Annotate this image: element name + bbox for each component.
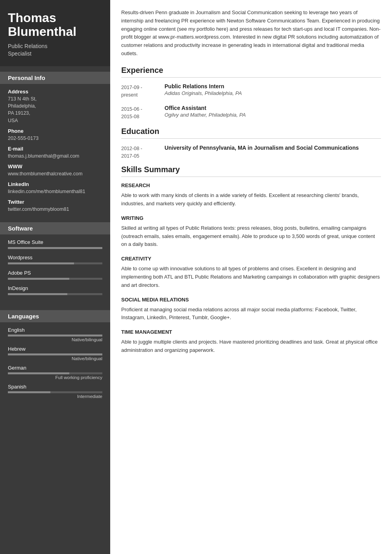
summary-text: Results-driven Penn graduate in Journali… [121,9,381,58]
www-value: www.thomblumenthalcreative.com [8,170,102,177]
experience-company: Adidas Originals, Philadelphia, PA [165,90,381,96]
phone-value: 202-555-0173 [8,135,102,142]
education-entry: 2012-08 -2017-05 University of Pennsylva… [121,144,381,160]
skill-summary-text: Able to work with many kinds of clients … [121,191,381,208]
languages-title: Languages [0,310,110,322]
skill-summary-title: RESEARCH [121,182,381,188]
skill-summary-title: CREATIVITY [121,256,381,262]
address-value: 713 N 4th St,Philadelphia,PA 19123,USA [8,95,102,124]
language-item: Hebrew Native/bilingual [8,346,102,361]
sidebar-header: Thomas Blumenthal Public RelationsSpecia… [0,0,110,66]
experience-role: Office Assistant [165,105,381,111]
software-bar-bg [8,278,102,280]
software-bar-bg [8,293,102,295]
skill-summary-text: Able to come up with innovative solution… [121,265,381,289]
language-bar-fill [8,372,69,374]
software-item: InDesign [8,285,102,295]
experience-details: Public Relations Intern Adidas Originals… [165,83,381,99]
software-bar-bg [8,247,102,249]
skill-summary-title: WRITING [121,215,381,221]
experience-divider [121,77,381,78]
software-bar-fill [8,293,67,295]
address-label: Address [8,89,102,95]
main-content: Results-driven Penn graduate in Journali… [110,0,392,554]
personal-info-title: Personal Info [0,72,110,84]
software-bar-fill [8,262,74,264]
skill-summary-entry: WRITING Skilled at writing all types of … [121,215,381,249]
language-bar-bg [8,391,102,393]
software-section: Software MS Office Suite Wordpress Adobe… [0,217,110,305]
software-name: InDesign [8,285,102,291]
software-list: MS Office Suite Wordpress Adobe PS InDes… [8,239,102,295]
languages-section: Languages English Native/bilingual Hebre… [0,305,110,407]
software-name: MS Office Suite [8,239,102,245]
www-label: WWW [8,164,102,169]
resume-wrapper: Thomas Blumenthal Public RelationsSpecia… [0,0,392,554]
software-bar-fill [8,247,102,249]
skill-summary-text: Proficient at managing social media rela… [121,306,381,322]
software-item: MS Office Suite [8,239,102,249]
language-level: Intermediate [8,394,102,399]
skill-summary-entry: RESEARCH Able to work with many kinds of… [121,182,381,208]
education-list: 2012-08 -2017-05 University of Pennsylva… [121,144,381,160]
software-bar-bg [8,262,102,264]
personal-info-section: Personal Info Address 713 N 4th St,Phila… [0,66,110,217]
software-name: Adobe PS [8,270,102,276]
experience-details: Office Assistant Ogilvy and Mather, Phil… [165,105,381,121]
software-item: Adobe PS [8,270,102,280]
skill-summary-text: Skilled at writing all types of Public R… [121,224,381,249]
skill-summary-entry: SOCIAL MEDIA RELATIONS Proficient at man… [121,297,381,322]
skills-divider [121,177,381,177]
language-name: Hebrew [8,346,102,352]
skill-summary-title: TIME MANAGEMENT [121,329,381,335]
language-level: Native/bilingual [8,356,102,361]
language-level: Native/bilingual [8,337,102,342]
language-name: English [8,327,102,333]
language-item: German Full working proficiency [8,365,102,380]
skills-list: RESEARCH Able to work with many kinds of… [121,182,381,355]
candidate-name: Thomas Blumenthal [8,11,102,39]
candidate-title: Public RelationsSpecialist [8,43,102,58]
skill-summary-title: SOCIAL MEDIA RELATIONS [121,297,381,303]
language-bar-bg [8,372,102,374]
linkedin-value: linkedin.com/me/thomblumenthal81 [8,188,102,195]
experience-company: Ogilvy and Mather, Philadelphia, PA [165,112,381,118]
sidebar: Thomas Blumenthal Public RelationsSpecia… [0,0,110,554]
education-section-title: Education [121,127,381,136]
language-bar-fill [8,391,50,393]
experience-date: 2017-09 -present [121,83,165,99]
skill-summary-entry: TIME MANAGEMENT Able to juggle multiple … [121,329,381,355]
education-date: 2012-08 -2017-05 [121,144,165,160]
experience-entry: 2015-06 -2015-08 Office Assistant Ogilvy… [121,105,381,121]
software-item: Wordpress [8,255,102,264]
experience-entry: 2017-09 -present Public Relations Intern… [121,83,381,99]
experience-date: 2015-06 -2015-08 [121,105,165,121]
education-degree: University of Pennsylvania, MA in Journa… [165,144,381,152]
education-divider [121,138,381,139]
skills-summary-section-title: Skills Summary [121,165,381,174]
language-bar-bg [8,335,102,336]
language-name: Spanish [8,384,102,390]
skill-summary-text: Able to juggle multiple clients and proj… [121,338,381,355]
language-name: German [8,365,102,371]
language-item: English Native/bilingual [8,327,102,342]
software-name: Wordpress [8,255,102,260]
software-bar-fill [8,278,69,280]
language-bar-fill [8,335,102,336]
languages-list: English Native/bilingual Hebrew Native/b… [8,327,102,399]
twitter-value: twitter.com/thommybloom81 [8,206,102,213]
linkedin-label: LinkedIn [8,181,102,187]
language-item: Spanish Intermediate [8,384,102,399]
twitter-label: Twitter [8,199,102,205]
education-details: University of Pennsylvania, MA in Journa… [165,144,381,160]
language-bar-fill [8,353,102,355]
experience-list: 2017-09 -present Public Relations Intern… [121,83,381,121]
experience-role: Public Relations Intern [165,83,381,89]
language-bar-bg [8,353,102,355]
email-label: E-mail [8,146,102,152]
email-value: thomas.j.blumenthal@gmail.com [8,152,102,160]
phone-label: Phone [8,128,102,134]
software-title: Software [0,222,110,234]
skill-summary-entry: CREATIVITY Able to come up with innovati… [121,256,381,289]
language-level: Full working proficiency [8,375,102,380]
